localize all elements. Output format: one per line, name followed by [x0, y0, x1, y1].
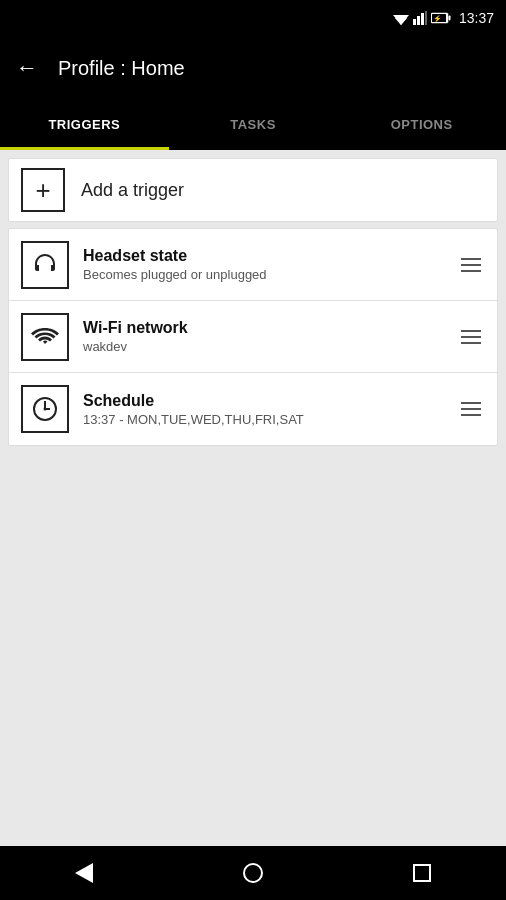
add-trigger-label: Add a trigger [81, 180, 184, 201]
nav-recents-button[interactable] [397, 848, 447, 898]
headset-trigger-name: Headset state [83, 247, 457, 265]
tab-triggers[interactable]: TRIGGERS [0, 100, 169, 148]
headset-trigger-info: Headset state Becomes plugged or unplugg… [83, 247, 457, 282]
recents-nav-icon [413, 864, 431, 882]
back-nav-icon [75, 863, 93, 883]
battery-icon: ⚡ [431, 12, 451, 24]
schedule-trigger-name: Schedule [83, 392, 457, 410]
content-area: + Add a trigger Headset state Becomes pl… [0, 150, 506, 454]
app-header: ← Profile : Home [0, 36, 506, 100]
status-bar: ⚡ 13:37 [0, 0, 506, 36]
svg-rect-5 [425, 11, 427, 25]
page-title: Profile : Home [58, 57, 185, 80]
schedule-trigger-desc: 13:37 - MON,TUE,WED,THU,FRI,SAT [83, 412, 457, 427]
bottom-nav [0, 846, 506, 900]
svg-rect-4 [421, 13, 424, 25]
svg-marker-1 [395, 18, 407, 25]
svg-rect-2 [413, 19, 416, 25]
svg-rect-3 [417, 16, 420, 25]
wifi-trigger-name: Wi-Fi network [83, 319, 457, 337]
tab-tasks[interactable]: TASKS [169, 100, 338, 148]
trigger-item-headset[interactable]: Headset state Becomes plugged or unplugg… [9, 229, 497, 301]
nav-back-button[interactable] [59, 848, 109, 898]
home-nav-icon [243, 863, 263, 883]
tab-options[interactable]: OPTIONS [337, 100, 506, 148]
signal-icon [413, 11, 427, 25]
headset-menu-icon[interactable] [457, 254, 485, 276]
tab-bar: TRIGGERS TASKS OPTIONS [0, 100, 506, 150]
back-button[interactable]: ← [16, 55, 38, 81]
wifi-trigger-info: Wi-Fi network wakdev [83, 319, 457, 354]
wifi-menu-icon[interactable] [457, 326, 485, 348]
schedule-icon [30, 394, 60, 424]
svg-rect-7 [448, 16, 450, 21]
svg-text:⚡: ⚡ [433, 14, 442, 23]
headset-icon [30, 250, 60, 280]
nav-home-button[interactable] [228, 848, 278, 898]
status-icons: ⚡ 13:37 [393, 10, 494, 26]
trigger-item-wifi[interactable]: Wi-Fi network wakdev [9, 301, 497, 373]
schedule-menu-icon[interactable] [457, 398, 485, 420]
wifi-icon-box [21, 313, 69, 361]
trigger-item-schedule[interactable]: Schedule 13:37 - MON,TUE,WED,THU,FRI,SAT [9, 373, 497, 445]
schedule-trigger-info: Schedule 13:37 - MON,TUE,WED,THU,FRI,SAT [83, 392, 457, 427]
add-trigger-button[interactable]: + Add a trigger [8, 158, 498, 222]
headset-icon-box [21, 241, 69, 289]
headset-trigger-desc: Becomes plugged or unplugged [83, 267, 457, 282]
wifi-status-icon [393, 11, 409, 25]
status-time: 13:37 [459, 10, 494, 26]
svg-point-13 [44, 408, 47, 411]
add-trigger-icon: + [21, 168, 65, 212]
wifi-trigger-desc: wakdev [83, 339, 457, 354]
trigger-list: Headset state Becomes plugged or unplugg… [8, 228, 498, 446]
wifi-icon [30, 322, 60, 352]
schedule-icon-box [21, 385, 69, 433]
